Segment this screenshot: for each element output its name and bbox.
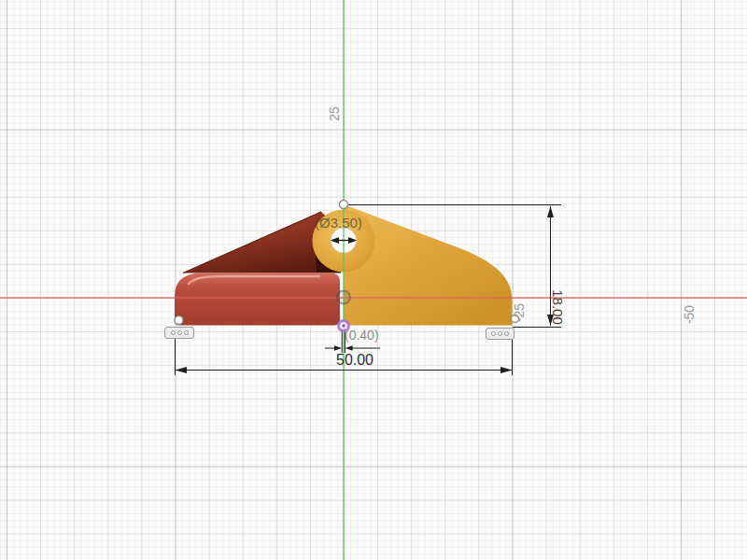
constraint-circle-icon <box>171 330 176 335</box>
bottom-left-vertex-point[interactable] <box>175 316 183 325</box>
sketch-canvas[interactable]: 25 -25 -50 (Ø3.50) (0.40) 50.00 18.00 <box>0 0 747 560</box>
coincident-constraint-badge-right[interactable] <box>486 328 514 340</box>
constraint-circle-icon <box>498 331 502 336</box>
constraint-circle-icon <box>504 331 509 336</box>
dimension-label-gap[interactable]: (0.40) <box>345 329 379 342</box>
coincident-constraint-badge-left[interactable] <box>164 327 194 339</box>
grid-label-x-neg25: -25 <box>513 303 526 322</box>
dimension-label-hole-diameter[interactable]: (Ø3.50) <box>315 216 362 230</box>
constraint-circle-icon <box>177 330 182 335</box>
left-body-block[interactable] <box>175 273 340 326</box>
constraint-circle-icon <box>184 330 189 335</box>
dimension-label-width[interactable]: 50.00 <box>336 353 374 368</box>
grid-label-y-25: 25 <box>328 106 341 121</box>
sketch-graphics <box>0 0 747 560</box>
constraint-circle-icon <box>491 331 496 336</box>
origin-point[interactable] <box>337 291 350 304</box>
grid-label-x-neg50: -50 <box>683 305 696 324</box>
top-vertex-point[interactable] <box>340 201 348 209</box>
dimension-label-height[interactable]: 18.00 <box>551 289 565 325</box>
